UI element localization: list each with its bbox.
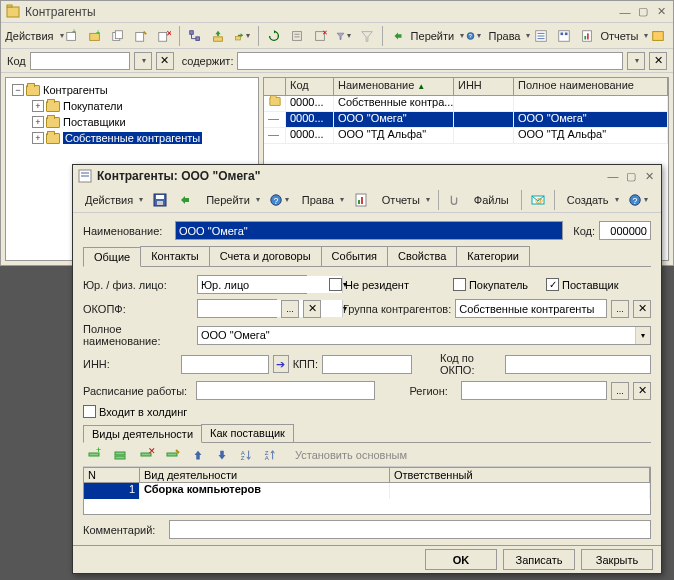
tab-general[interactable]: Общие: [83, 247, 141, 267]
tb-refresh-icon[interactable]: [263, 25, 285, 47]
maximize-button[interactable]: ▢: [635, 4, 651, 20]
okopf-open-icon[interactable]: ...: [281, 300, 299, 318]
reports-menu[interactable]: Отчеты: [599, 25, 646, 47]
go-menu[interactable]: Перейти: [410, 25, 461, 47]
tree-item-own[interactable]: + Собственные контрагенты: [30, 130, 254, 146]
expand-icon[interactable]: −: [12, 84, 24, 96]
holding-checkbox[interactable]: Входит в холдинг: [83, 405, 187, 418]
kod-input[interactable]: [599, 221, 651, 240]
dlg-nav-icon[interactable]: [173, 189, 197, 211]
tb-last-icon[interactable]: [647, 25, 669, 47]
group-clear-icon[interactable]: ✕: [633, 300, 651, 318]
region-input[interactable]: [461, 381, 607, 400]
act-sort2-icon[interactable]: ZA: [259, 444, 281, 466]
tb-delete-icon[interactable]: ✕: [153, 25, 175, 47]
act-up-icon[interactable]: [187, 444, 209, 466]
tab-events[interactable]: События: [321, 246, 388, 266]
tb-funnel-clear-icon[interactable]: [356, 25, 378, 47]
tb-list2-icon[interactable]: [553, 25, 575, 47]
expand-icon[interactable]: +: [32, 116, 44, 128]
subtab-activities[interactable]: Виды деятельности: [83, 425, 202, 443]
kpp-input[interactable]: [322, 355, 412, 374]
tb-funnel-icon[interactable]: [332, 25, 355, 47]
act-edit-icon[interactable]: [161, 444, 185, 466]
act-header-n[interactable]: N: [84, 468, 140, 482]
dialog-close-button[interactable]: ✕: [641, 168, 657, 184]
act-header-vid[interactable]: Вид деятельности: [140, 468, 390, 482]
dialog-minimize-button[interactable]: —: [605, 168, 621, 184]
tree-item-suppliers[interactable]: + Поставщики: [30, 114, 254, 130]
act-copy-icon[interactable]: [109, 444, 133, 466]
tb-add-icon[interactable]: +: [61, 25, 83, 47]
nonresident-checkbox[interactable]: Не резидент: [329, 278, 409, 291]
tb-moveup-icon[interactable]: [207, 25, 229, 47]
ok-button[interactable]: OK: [425, 549, 497, 570]
tb-hierarchy-icon[interactable]: [184, 25, 206, 47]
act-sort-icon[interactable]: AZ: [235, 444, 257, 466]
tab-categories[interactable]: Категории: [456, 246, 530, 266]
tab-contacts[interactable]: Контакты: [140, 246, 210, 266]
schedule-input[interactable]: [196, 381, 375, 400]
save-button[interactable]: Записать: [503, 549, 575, 570]
region-clear-icon[interactable]: ✕: [633, 382, 651, 400]
activity-row[interactable]: 1 Сборка компьютеров: [84, 483, 650, 499]
tb-nav-icon[interactable]: [387, 25, 409, 47]
grid-row[interactable]: — 0000... ООО "Омега" ООО "Омега": [264, 112, 668, 128]
dlg-report-icon[interactable]: [349, 189, 373, 211]
actions-menu[interactable]: Действия: [5, 25, 60, 47]
dlg-email-icon[interactable]: @: [526, 189, 550, 211]
dlg-actions-menu[interactable]: Действия: [77, 189, 147, 211]
act-add-icon[interactable]: +: [83, 444, 107, 466]
dlg-create-menu[interactable]: Создать: [559, 189, 623, 211]
entity-select[interactable]: ▾: [197, 275, 307, 294]
supplier-checkbox[interactable]: ✓Поставщик: [546, 278, 618, 291]
grid-header-inn[interactable]: ИНН: [454, 78, 514, 95]
minimize-button[interactable]: —: [617, 4, 633, 20]
tb-list-icon[interactable]: [530, 25, 552, 47]
act-del-icon[interactable]: ✕: [135, 444, 159, 466]
contains-clear-icon[interactable]: ✕: [649, 52, 667, 70]
tb-clear-filter-icon[interactable]: ✕: [309, 25, 331, 47]
kod-input[interactable]: [30, 52, 130, 70]
grid-header-marker[interactable]: [264, 78, 286, 95]
subtab-supplier[interactable]: Как поставщик: [201, 424, 294, 442]
inn-input[interactable]: [181, 355, 269, 374]
inn-arrow-icon[interactable]: ➔: [273, 355, 289, 373]
tb-move-icon[interactable]: [230, 25, 255, 47]
setmain-button[interactable]: Установить основным: [291, 449, 411, 461]
group-select[interactable]: [455, 299, 607, 318]
close-button[interactable]: ✕: [653, 4, 669, 20]
name-input[interactable]: ООО "Омега": [175, 221, 563, 240]
region-open-icon[interactable]: ...: [611, 382, 629, 400]
dropdown-icon[interactable]: ▾: [635, 327, 650, 344]
tree-root[interactable]: − Контрагенты: [10, 82, 254, 98]
dlg-files-icon[interactable]: [443, 189, 465, 211]
grid-header-name[interactable]: Наименование ▲: [334, 78, 454, 95]
grid-header-kod[interactable]: Код: [286, 78, 334, 95]
rights-menu[interactable]: Права: [486, 25, 529, 47]
grid-row[interactable]: — 0000... ООО "ТД Альфа" ООО "ТД Альфа": [264, 128, 668, 144]
expand-icon[interactable]: +: [32, 100, 44, 112]
dlg-reports-menu[interactable]: Отчеты: [374, 189, 434, 211]
help-menu[interactable]: ?: [462, 25, 485, 47]
buyer-checkbox[interactable]: Покупатель: [453, 278, 528, 291]
tb-copy-icon[interactable]: [107, 25, 129, 47]
okopf-clear-icon[interactable]: ✕: [303, 300, 321, 318]
tb-report-icon[interactable]: [576, 25, 598, 47]
tree-item-buyers[interactable]: + Покупатели: [30, 98, 254, 114]
contains-dropdown[interactable]: [627, 52, 645, 70]
grid-row[interactable]: 0000... Собственные контра...: [264, 96, 668, 112]
grid-header-full[interactable]: Полное наименование: [514, 78, 668, 95]
expand-icon[interactable]: +: [32, 132, 44, 144]
contains-input[interactable]: [237, 52, 623, 70]
act-header-resp[interactable]: Ответственный: [390, 468, 650, 482]
tab-accounts[interactable]: Счета и договоры: [209, 246, 322, 266]
tb-filter-icon[interactable]: [286, 25, 308, 47]
act-down-icon[interactable]: [211, 444, 233, 466]
kod-dropdown[interactable]: [134, 52, 152, 70]
comment-input[interactable]: [169, 520, 651, 539]
activity-grid[interactable]: N Вид деятельности Ответственный 1 Сборк…: [83, 467, 651, 515]
dlg-files-menu[interactable]: Файлы: [466, 189, 517, 211]
okopf-select[interactable]: ▾: [197, 299, 277, 318]
close-button[interactable]: Закрыть: [581, 549, 653, 570]
